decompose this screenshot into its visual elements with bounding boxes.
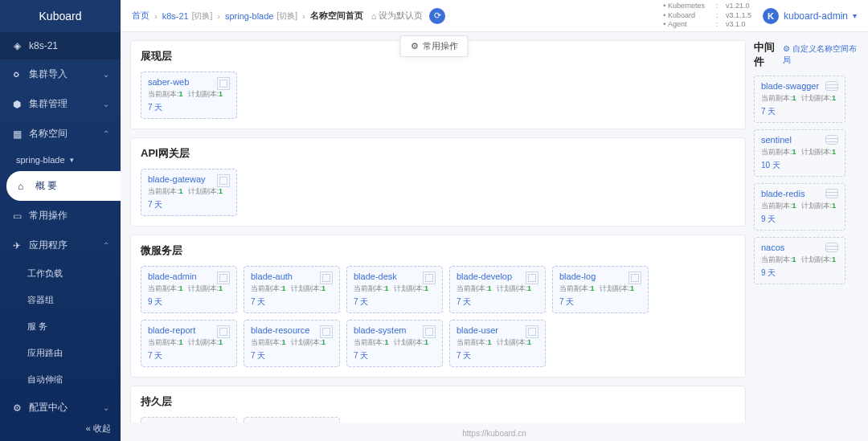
apps-icon: ✈ bbox=[11, 240, 23, 251]
workload-card[interactable]: nacos-mysql 当前副本:1 计划副本:1 9 天 bbox=[141, 417, 237, 423]
crumb-page: 名称空间首页 bbox=[310, 10, 363, 22]
home-icon: ⌂ bbox=[18, 181, 29, 192]
database-icon bbox=[825, 135, 840, 149]
chevron-down-icon: ⌄ bbox=[103, 70, 109, 79]
gear-icon: ⚙ bbox=[411, 41, 419, 51]
card-age: 9 天 bbox=[761, 267, 838, 279]
workload-card[interactable]: blade-log 当前副本:1 计划副本:1 7 天 bbox=[552, 266, 649, 313]
float-btn-label: 常用操作 bbox=[423, 40, 458, 52]
card-age: 7 天 bbox=[354, 296, 436, 308]
version-info: • Kubernetes:v1.21.0 • Kuboard:v3.1.1.5 … bbox=[663, 2, 751, 30]
nav-apps[interactable]: ✈ 应用程序 ⌃ bbox=[0, 231, 121, 260]
card-age: 7 天 bbox=[457, 296, 538, 308]
database-icon bbox=[825, 243, 840, 257]
workload-card[interactable]: blade-user 当前副本:1 计划副本:1 7 天 bbox=[449, 320, 546, 367]
nav-hpa[interactable]: 自动伸缩 bbox=[0, 366, 121, 393]
cube-icon bbox=[217, 272, 231, 286]
custom-layout-link[interactable]: ⚙ 自定义名称空间布局 bbox=[783, 43, 858, 66]
set-default-label: 设为默认页 bbox=[379, 10, 423, 22]
nav-cluster[interactable]: ◈ k8s-21 bbox=[0, 32, 121, 59]
layer-cards: nacos-mysql 当前副本:1 计划副本:1 9 天 saber-db 当… bbox=[141, 417, 735, 423]
nav-namespace-selected[interactable]: spring-blade ▾ bbox=[0, 149, 121, 171]
main: 首页 › k8s-21 [切换] › spring-blade [切换] › 名… bbox=[121, 0, 868, 441]
workload-card[interactable]: blade-redis 当前副本:1 计划副本:1 9 天 bbox=[754, 183, 845, 231]
nav-ingress[interactable]: 应用路由 bbox=[0, 340, 121, 366]
nav-common-ops[interactable]: ▭ 常用操作 bbox=[0, 201, 121, 231]
crumb-switch-2[interactable]: [切换] bbox=[276, 10, 297, 22]
card-age: 9 天 bbox=[761, 214, 838, 225]
layer-section: API网关层 blade-gateway 当前副本:1 计划副本:1 7 天 bbox=[130, 137, 746, 227]
nav-manage[interactable]: ⬢ 集群管理 ⌄ bbox=[0, 89, 121, 119]
set-default[interactable]: ⌂ 设为默认页 bbox=[371, 10, 424, 22]
cluster-icon: ◈ bbox=[11, 40, 23, 51]
cube-icon bbox=[320, 325, 334, 340]
nav-common-label: 常用操作 bbox=[29, 209, 68, 223]
workload-card[interactable]: saber-db 当前副本:1 计划副本:1 9 天 bbox=[244, 417, 340, 423]
nav-manage-label: 集群管理 bbox=[29, 97, 68, 111]
middleware-column: 中间件 ⚙ 自定义名称空间布局 blade-swagger 当前副本:1 计划副… bbox=[754, 40, 858, 423]
nav-config-label: 配置中心 bbox=[29, 401, 68, 414]
crumb-sep: › bbox=[154, 11, 158, 21]
workload-card[interactable]: blade-auth 当前副本:1 计划副本:1 7 天 bbox=[244, 266, 340, 313]
nav-apps-label: 应用程序 bbox=[29, 239, 68, 252]
crumb-switch-1[interactable]: [切换] bbox=[192, 10, 213, 22]
manage-icon: ⬢ bbox=[11, 99, 23, 110]
workload-card[interactable]: sentinel 当前副本:1 计划副本:1 10 天 bbox=[754, 129, 845, 177]
workload-card[interactable]: nacos 当前副本:1 计划副本:1 9 天 bbox=[754, 237, 845, 284]
card-age: 7 天 bbox=[148, 199, 230, 210]
nav-workload[interactable]: 工作负载 bbox=[0, 260, 121, 287]
workload-card[interactable]: blade-gateway 当前副本:1 计划副本:1 7 天 bbox=[141, 169, 237, 216]
workload-card[interactable]: saber-web 当前副本:1 计划副本:1 7 天 bbox=[141, 71, 237, 119]
nav-ns-value: spring-blade bbox=[16, 155, 65, 165]
card-age: 7 天 bbox=[251, 296, 333, 308]
layer-title: 微服务层 bbox=[141, 243, 735, 258]
workload-card[interactable]: blade-admin 当前副本:1 计划副本:1 9 天 bbox=[141, 266, 237, 313]
topbar: 首页 › k8s-21 [切换] › spring-blade [切换] › 名… bbox=[121, 0, 868, 32]
nav-service[interactable]: 服 务 bbox=[0, 313, 121, 340]
content: 展现层 saber-web 当前副本:1 计划副本:1 7 天 API网关层 b… bbox=[121, 32, 868, 426]
crumb-home[interactable]: 首页 bbox=[132, 10, 149, 22]
nav-namespace[interactable]: ▦ 名称空间 ⌃ bbox=[0, 119, 121, 149]
nav-import-label: 集群导入 bbox=[29, 67, 68, 81]
chevron-up-icon: ⌃ bbox=[103, 129, 109, 138]
nav: ◈ k8s-21 ⭘ 集群导入 ⌄ ⬢ 集群管理 ⌄ ▦ 名称空间 ⌃ spri… bbox=[0, 32, 121, 416]
workload-card[interactable]: blade-resource 当前副本:1 计划副本:1 7 天 bbox=[244, 320, 340, 367]
database-icon bbox=[825, 189, 840, 203]
layer-section: 持久层 nacos-mysql 当前副本:1 计划副本:1 9 天 saber-… bbox=[130, 386, 746, 423]
workload-card[interactable]: blade-swagger 当前副本:1 计划副本:1 7 天 bbox=[754, 76, 845, 123]
nav-config[interactable]: ⚙ 配置中心 ⌄ bbox=[0, 393, 121, 416]
cube-icon bbox=[217, 325, 231, 340]
topbar-right: • Kubernetes:v1.21.0 • Kuboard:v3.1.1.5 … bbox=[663, 2, 857, 30]
layer-cards: blade-admin 当前副本:1 计划副本:1 9 天 blade-auth… bbox=[141, 266, 735, 367]
nav-overview-label: 概 要 bbox=[35, 179, 57, 193]
card-age: 10 天 bbox=[761, 160, 838, 171]
cube-icon bbox=[526, 325, 540, 340]
avatar: K bbox=[763, 8, 779, 24]
refresh-button[interactable]: ⟳ bbox=[429, 8, 445, 24]
crumb-cluster[interactable]: k8s-21 bbox=[162, 11, 189, 21]
layer-title: API网关层 bbox=[141, 146, 735, 161]
card-age: 7 天 bbox=[354, 350, 436, 361]
workload-card[interactable]: blade-system 当前副本:1 计划副本:1 7 天 bbox=[346, 320, 443, 367]
cube-icon bbox=[217, 174, 231, 189]
nav-cluster-label: k8s-21 bbox=[29, 40, 58, 51]
nav-namespace-label: 名称空间 bbox=[29, 127, 68, 141]
brand-logo: Kuboard bbox=[0, 0, 121, 32]
workload-card[interactable]: blade-report 当前副本:1 计划副本:1 7 天 bbox=[141, 320, 237, 367]
nav-pods[interactable]: 容器组 bbox=[0, 287, 121, 313]
workload-card[interactable]: blade-develop 当前副本:1 计划副本:1 7 天 bbox=[449, 266, 546, 313]
common-ops-floating[interactable]: ⚙ 常用操作 bbox=[400, 35, 469, 57]
chevron-up-icon: ⌃ bbox=[103, 241, 109, 250]
folder-icon: ▭ bbox=[11, 210, 23, 222]
crumb-ns[interactable]: spring-blade bbox=[225, 11, 274, 21]
card-age: 9 天 bbox=[148, 296, 230, 308]
username: kuboard-admin bbox=[784, 10, 848, 22]
workload-card[interactable]: blade-desk 当前副本:1 计划副本:1 7 天 bbox=[346, 266, 443, 313]
sidebar-collapse[interactable]: « 收起 bbox=[0, 416, 121, 441]
cube-icon bbox=[217, 77, 231, 92]
nav-overview[interactable]: ⌂ 概 要 bbox=[6, 171, 121, 201]
nav-import[interactable]: ⭘ 集群导入 ⌄ bbox=[0, 59, 121, 89]
user-menu[interactable]: K kuboard-admin ▾ bbox=[763, 8, 857, 24]
card-age: 7 天 bbox=[761, 106, 838, 117]
card-age: 7 天 bbox=[251, 350, 333, 361]
